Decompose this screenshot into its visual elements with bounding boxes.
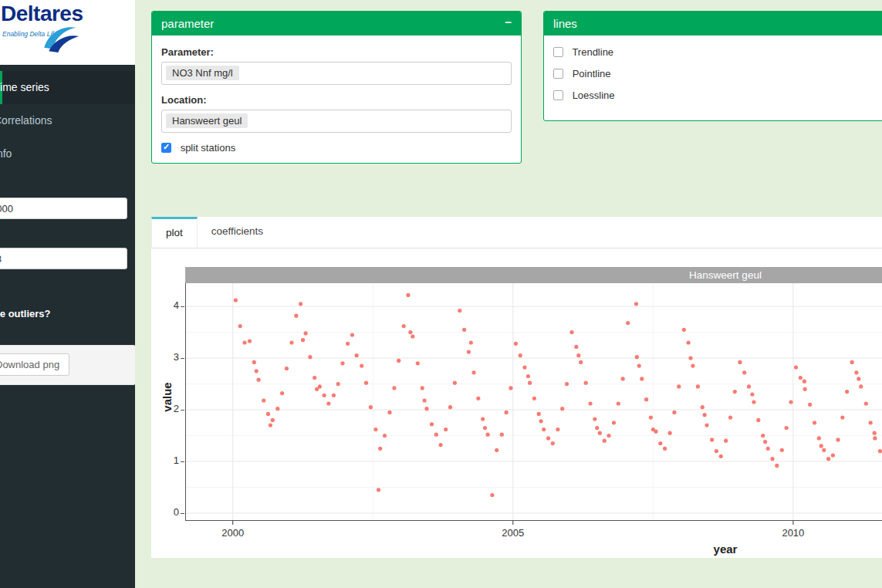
parameter-box-body: Parameter: NO3 Nnf mg/l Location: Hanswe… [152,35,521,163]
sidebar-form: startyear: endyear: Remove outliers? Dow… [0,183,135,385]
y-tick-label: 4 [151,299,179,311]
start-year-input[interactable] [0,198,127,219]
location-field-label: Location: [161,94,512,106]
pointline-checkbox[interactable] [553,69,563,79]
y-tick-label: 0 [151,506,179,518]
app-window: Deltares Enabling Delta Life Time series… [0,0,882,588]
tab-plot[interactable]: plot [151,217,198,248]
plot-tab-panel: plot coefficients Hansweert geul 2000200… [151,217,882,558]
sidebar-item-label: Info [0,137,12,171]
split-stations-row: split stations [161,142,512,154]
split-stations-checkbox[interactable] [161,143,171,153]
sidebar-item-correlations[interactable]: Correlations [0,104,135,137]
loessline-label: Loessline [573,90,615,101]
download-well: Download png [0,345,135,385]
split-stations-label: split stations [181,142,236,154]
lines-box: lines Trendline Pointline Loessline [543,11,882,121]
x-tick-label: 2000 [221,527,244,539]
y-tick-mark [181,461,184,462]
lines-box-body: Trendline Pointline Loessline [544,35,882,120]
parameter-selected-chip[interactable]: NO3 Nnf mg/l [166,66,239,80]
y-tick-mark [181,306,184,307]
download-png-button[interactable]: Download png [0,353,69,376]
y-tick-label: 3 [151,351,179,363]
tab-bar: plot coefficients [151,217,882,248]
remove-outliers-label: Remove outliers? [0,308,51,319]
remove-outliers-row: Remove outliers? [0,306,135,320]
sidebar-item-label: Time series [0,71,49,104]
y-tick-mark [181,513,184,514]
location-select-input[interactable]: Hansweert geul [161,110,512,133]
y-tick-label: 1 [151,455,179,466]
facet-strip: Hansweert geul [185,267,882,283]
logo: Deltares Enabling Delta Life [0,0,135,65]
y-axis-title: value [161,367,174,428]
parameter-field-label: Parameter: [161,46,512,58]
main-content: parameter − Parameter: NO3 Nnf mg/l Loca… [135,0,882,588]
collapse-minus-icon[interactable]: − [505,15,512,29]
y-tick-mark [181,410,184,411]
sidebar-item-label: Correlations [0,104,52,137]
chart-area: Hansweert geul 2000200520102015 year val… [185,267,882,556]
trendline-checkbox[interactable] [553,47,563,57]
x-tick-label: 2010 [782,527,804,539]
y-tick-label: 2 [151,403,179,414]
sidebar-item-time-series[interactable]: Time series [0,71,135,104]
sidebar-menu: Time series Correlations Info [0,71,135,171]
parameter-select-input[interactable]: NO3 Nnf mg/l [161,62,512,85]
location-selected-chip[interactable]: Hansweert geul [166,113,248,128]
x-axis-title: year [185,542,882,556]
sidebar: Deltares Enabling Delta Life Time series… [0,0,135,588]
tab-coefficients[interactable]: coefficients [198,217,277,248]
trendline-label: Trendline [572,46,613,58]
y-tick-mark [181,358,184,359]
sidebar-item-info[interactable]: Info [0,137,135,171]
deltares-swoosh-icon [40,19,80,59]
x-tick-label: 2005 [502,527,524,539]
end-year-input[interactable] [0,248,127,269]
lines-box-title: lines [553,17,577,30]
pointline-label: Pointline [573,68,611,79]
parameter-box-header: parameter − [152,12,521,35]
loessline-checkbox[interactable] [553,90,563,100]
plot-svg [185,283,882,525]
start-year-label: startyear: [0,183,135,194]
end-year-label: endyear: [0,233,135,245]
x-axis-labels: 2000200520102015 [185,525,882,541]
parameter-box-title: parameter [161,17,214,30]
lines-box-header: lines [544,12,882,35]
trendline-row: Trendline [553,46,882,58]
parameter-box: parameter − Parameter: NO3 Nnf mg/l Loca… [151,11,522,164]
loessline-row: Loessline [553,90,882,101]
pointline-row: Pointline [553,68,882,79]
